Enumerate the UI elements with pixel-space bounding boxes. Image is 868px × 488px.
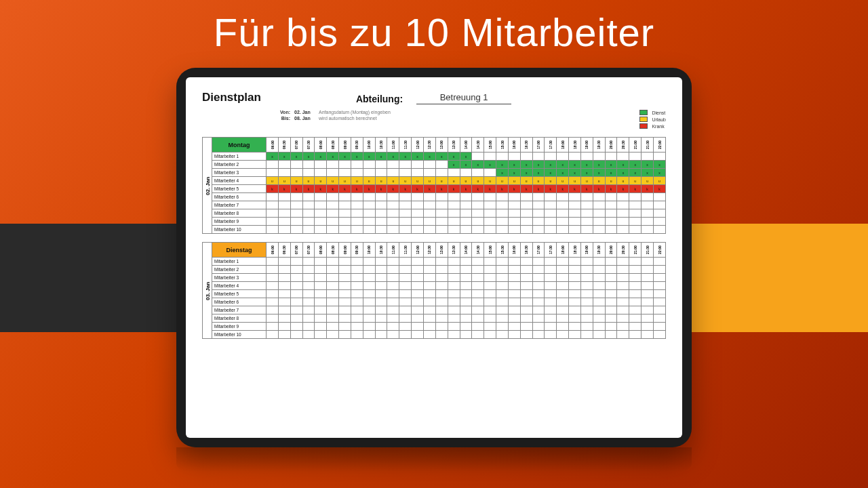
schedule-cell[interactable] [315, 274, 327, 282]
schedule-cell[interactable] [387, 314, 399, 323]
schedule-cell[interactable] [351, 218, 363, 226]
schedule-cell[interactable] [472, 169, 484, 177]
schedule-cell[interactable] [315, 201, 327, 209]
schedule-cell[interactable] [448, 314, 460, 323]
schedule-cell[interactable] [617, 331, 629, 339]
schedule-cell[interactable] [508, 274, 520, 282]
schedule-cell[interactable] [580, 226, 593, 234]
schedule-cell[interactable]: x [642, 161, 654, 169]
schedule-cell[interactable]: u [290, 177, 302, 185]
schedule-cell[interactable] [593, 282, 605, 290]
schedule-cell[interactable] [315, 323, 327, 331]
schedule-cell[interactable] [642, 218, 654, 226]
schedule-cell[interactable] [278, 258, 290, 266]
schedule-cell[interactable] [520, 314, 532, 323]
schedule-cell[interactable] [363, 201, 375, 209]
schedule-cell[interactable] [302, 218, 315, 226]
schedule-cell[interactable]: x [557, 169, 569, 177]
schedule-cell[interactable] [472, 282, 484, 290]
schedule-cell[interactable] [278, 298, 290, 306]
schedule-cell[interactable] [423, 282, 435, 290]
schedule-cell[interactable] [580, 298, 593, 306]
schedule-cell[interactable] [327, 282, 339, 290]
schedule-cell[interactable] [617, 274, 629, 282]
schedule-cell[interactable] [448, 266, 460, 274]
schedule-cell[interactable] [435, 298, 448, 306]
schedule-cell[interactable] [460, 331, 472, 339]
schedule-cell[interactable] [460, 266, 472, 274]
schedule-cell[interactable] [302, 282, 315, 290]
schedule-cell[interactable] [496, 266, 509, 274]
schedule-cell[interactable] [545, 282, 557, 290]
schedule-cell[interactable] [435, 282, 448, 290]
schedule-cell[interactable] [302, 226, 315, 234]
schedule-cell[interactable] [351, 298, 363, 306]
schedule-cell[interactable]: k [593, 185, 605, 193]
schedule-cell[interactable] [423, 161, 435, 169]
schedule-cell[interactable] [267, 323, 279, 331]
schedule-cell[interactable] [496, 298, 509, 306]
schedule-cell[interactable] [351, 169, 363, 177]
schedule-cell[interactable] [460, 258, 472, 266]
schedule-cell[interactable] [460, 193, 472, 201]
schedule-cell[interactable] [290, 306, 302, 314]
schedule-cell[interactable] [351, 266, 363, 274]
schedule-cell[interactable] [580, 209, 593, 218]
schedule-cell[interactable] [557, 306, 569, 314]
schedule-cell[interactable] [339, 209, 351, 218]
schedule-cell[interactable] [327, 201, 339, 209]
schedule-cell[interactable] [508, 282, 520, 290]
schedule-cell[interactable]: k [496, 185, 509, 193]
schedule-cell[interactable] [569, 298, 581, 306]
schedule-cell[interactable] [508, 193, 520, 201]
schedule-cell[interactable] [267, 218, 279, 226]
schedule-cell[interactable] [412, 274, 424, 282]
schedule-cell[interactable] [629, 290, 642, 298]
schedule-cell[interactable] [545, 258, 557, 266]
schedule-cell[interactable] [278, 314, 290, 323]
schedule-cell[interactable] [375, 323, 387, 331]
schedule-cell[interactable] [399, 298, 412, 306]
schedule-cell[interactable] [557, 258, 569, 266]
schedule-cell[interactable] [375, 306, 387, 314]
schedule-cell[interactable]: x [484, 161, 496, 169]
schedule-cell[interactable] [532, 306, 545, 314]
schedule-cell[interactable] [496, 201, 509, 209]
schedule-cell[interactable] [580, 218, 593, 226]
schedule-cell[interactable] [484, 298, 496, 306]
schedule-cell[interactable] [435, 226, 448, 234]
schedule-cell[interactable] [327, 169, 339, 177]
schedule-cell[interactable]: k [315, 185, 327, 193]
schedule-cell[interactable] [569, 282, 581, 290]
schedule-cell[interactable] [302, 323, 315, 331]
schedule-cell[interactable] [387, 209, 399, 218]
schedule-cell[interactable]: x [569, 169, 581, 177]
schedule-cell[interactable] [375, 218, 387, 226]
schedule-cell[interactable] [412, 193, 424, 201]
schedule-cell[interactable] [484, 218, 496, 226]
schedule-cell[interactable]: x [532, 161, 545, 169]
schedule-cell[interactable] [545, 274, 557, 282]
schedule-cell[interactable]: u [654, 177, 666, 185]
schedule-cell[interactable] [545, 218, 557, 226]
schedule-cell[interactable]: x [593, 169, 605, 177]
schedule-cell[interactable] [423, 169, 435, 177]
schedule-cell[interactable] [520, 282, 532, 290]
schedule-cell[interactable] [290, 323, 302, 331]
schedule-cell[interactable] [472, 193, 484, 201]
schedule-cell[interactable] [545, 152, 557, 161]
schedule-cell[interactable]: x [545, 169, 557, 177]
schedule-cell[interactable] [593, 290, 605, 298]
schedule-cell[interactable] [339, 282, 351, 290]
schedule-cell[interactable] [399, 218, 412, 226]
schedule-cell[interactable] [654, 218, 666, 226]
schedule-cell[interactable] [557, 218, 569, 226]
schedule-cell[interactable] [290, 274, 302, 282]
schedule-cell[interactable]: u [580, 177, 593, 185]
schedule-cell[interactable] [448, 306, 460, 314]
schedule-cell[interactable] [629, 314, 642, 323]
schedule-cell[interactable] [617, 152, 629, 161]
schedule-cell[interactable]: x [629, 161, 642, 169]
schedule-cell[interactable] [496, 226, 509, 234]
schedule-cell[interactable] [375, 209, 387, 218]
